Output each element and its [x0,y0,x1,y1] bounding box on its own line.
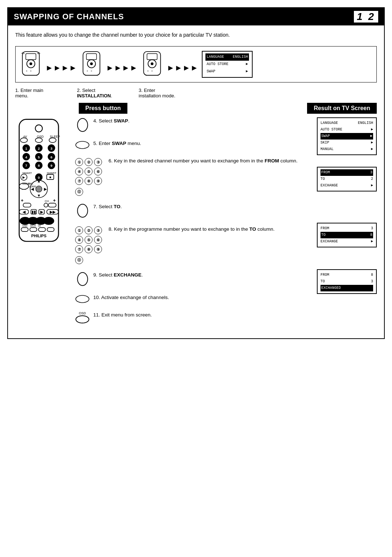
step7-button-icon [76,203,89,218]
step-4-text: 4. Select SWAP. [93,117,310,125]
intro-text: This feature allows you to change the ch… [8,25,384,43]
numpad2-2: ② [85,226,93,234]
svg-point-3 [29,62,32,65]
step-10-icon [75,294,90,304]
svg-point-9 [90,62,93,65]
numpad2-8: ⑧ [85,245,93,253]
step-5-icon [75,140,90,150]
step-10-row: 10. Activate exchange of channels. [75,294,310,304]
screen4-to-row: TO3 [320,278,373,285]
step-9-icon [75,271,90,287]
tv-screen-exchanged: FROM8 TO3 EXCHANGED [317,269,377,294]
step-7-icon [75,203,90,218]
step-8-text: 8. Key in the programme number you want … [109,226,310,233]
svg-rect-65 [48,203,56,207]
large-remote-area: AV OSD SLEEP 1 2 3 4 5 6 7 [15,117,68,331]
page-header: Swapping of Channels 1 2 [8,8,384,25]
step-7-row: 7. Select TO. [75,203,310,218]
svg-text:I/II: I/II [38,225,41,227]
svg-text:+: + [87,69,88,73]
svg-rect-85 [38,227,45,231]
step-4-row: 4. Select SWAP. [75,117,310,133]
step-9-row: 9. Select EXCHANGE. [75,271,310,287]
step-11-text: 11. Exit menu from screen. [93,311,310,319]
svg-text:◀: ◀ [23,210,26,214]
numpad2-5: ⑤ [85,236,93,244]
step2-label: 2. SelectINSTALLATION. [77,88,128,98]
svg-rect-67 [44,203,48,207]
numpad2-9: ⑨ [94,245,102,253]
numpad-0: ⓪ [75,188,83,196]
svg-text:OSD: OSD [23,225,28,227]
step5-button-icon [75,140,90,150]
svg-point-90 [77,204,87,217]
screen1-swap-row-highlighted: SWAP► [320,133,373,140]
svg-text:◀: ◀ [31,187,34,191]
svg-text:▶: ▶ [40,210,44,214]
numpad-9: ⑨ [94,177,102,185]
column-headers: Press button Result on TV Screen [8,103,384,117]
svg-text:+: + [53,198,56,203]
numpad-4: ④ [75,167,83,175]
remote-icon-1: + + [20,51,42,76]
numpad2-6: ⑥ [94,236,102,244]
screen-language-label: LANGUAGE [207,54,224,60]
numpad-2: ② [85,158,93,166]
svg-text:▶: ▶ [23,175,25,179]
main-content: AV OSD SLEEP 1 2 3 4 5 6 7 [8,117,384,338]
result-header: Result on TV Screen [307,103,377,114]
step-4-icon [75,117,90,133]
numpad-6: ⑥ [94,167,102,175]
numpad2-0: ⓪ [75,256,83,264]
page-number: 1 2 [354,11,378,23]
tv-screen-area-2: FROM3 TO2 EXCHANGE► [317,167,377,191]
svg-rect-83 [21,227,28,231]
arrow2: ►►►► [106,63,138,73]
intro-paragraph: This feature allows you to change the ch… [15,32,230,38]
svg-rect-7 [86,53,97,60]
svg-point-19 [35,125,42,132]
top-instruction-box: + + ►►►► + + ►►►► [15,46,377,82]
numpad2-7: ⑦ [75,245,83,253]
screen1-skip-row: SKIP► [320,140,373,146]
step1-label: 1. Enter mainmenu. [15,88,66,98]
svg-text:▮▮: ▮▮ [32,210,36,214]
step3-label: 3. Enterinstallation mode. [139,88,189,98]
svg-text:+: + [26,69,28,73]
svg-text:■: ■ [49,175,51,179]
tv-screen-swap-highlighted: LANGUAGEENGLISH AUTO STORE► SWAP► SKIP► … [317,117,377,155]
remote-icon-3: + + [141,51,163,76]
step11-button-icon [75,315,90,324]
screen1-lang-row: LANGUAGEENGLISH [320,120,373,126]
svg-text:A/CH: A/CH [30,225,36,227]
svg-text:PHILIPS: PHILIPS [31,234,46,238]
screen3-from-row: FROM3 [320,225,373,232]
step10-button-icon [75,294,90,304]
step-5-row: 5. Enter SWAP menu. [75,140,310,150]
svg-rect-13 [147,53,157,60]
svg-text:+: + [21,198,24,203]
tv-screen-from-highlighted: FROM3 TO2 EXCHANGE► [317,167,377,191]
step-6-numpad: ① ② ③ ④ ⑤ ⑥ ⑦ ⑧ ⑨ ⓪ [75,157,102,196]
arrow3: ►►►► [167,63,198,73]
svg-text:▲: ▲ [37,179,41,183]
step-9-text: 9. Select EXCHANGE. [93,271,310,279]
press-button-header: Press button [79,103,127,114]
step-11-icon: OSD [75,311,90,324]
title-text: Swapping of Channels [14,12,124,21]
step3-group: + + [141,51,163,76]
svg-text:+: + [30,69,32,73]
screen4-exchanged-row: EXCHANGED [320,285,373,291]
svg-text:8: 8 [38,164,40,167]
svg-text:1: 1 [25,146,28,150]
svg-text:CH: CH [45,199,49,203]
step-10-text: 10. Activate exchange of channels. [93,294,310,301]
arrow-spacer1 [66,88,77,98]
step1-group: + + [20,51,42,76]
svg-text:+: + [151,69,153,73]
screen-language-value: ENGLISH [233,54,248,60]
step-8-numpad: ① ② ③ ④ ⑤ ⑥ ⑦ ⑧ ⑨ ⓪ [75,226,102,264]
page-wrapper: Swapping of Channels 1 2 This feature al… [7,7,385,339]
svg-text:3: 3 [50,146,53,150]
svg-text:+: + [147,69,149,73]
